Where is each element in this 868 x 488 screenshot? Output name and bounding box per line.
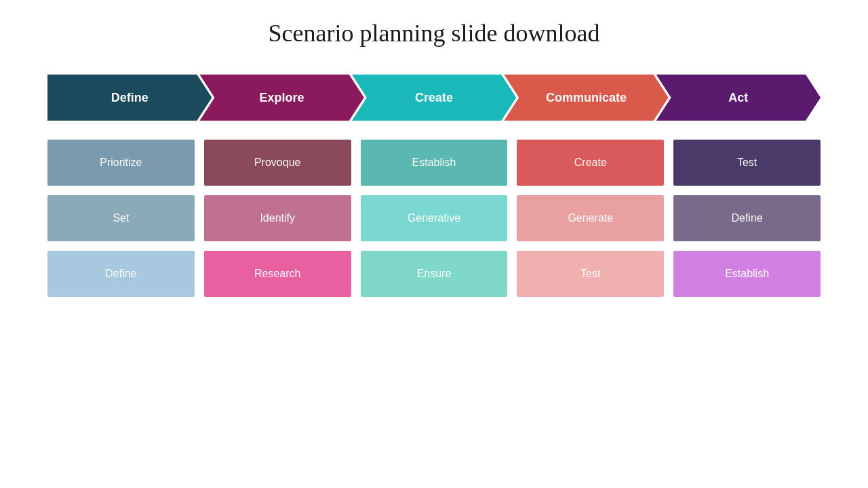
grid-cell-1-3: Generate xyxy=(517,195,664,241)
grid-row-2: DefineResearchEnsureTestEstablish xyxy=(47,251,821,297)
grid-cell-1-1: Identify xyxy=(204,195,351,241)
grid-cell-1-4: Define xyxy=(673,195,821,241)
grid-row-1: SetIdentifyGenerativeGenerateDefine xyxy=(47,195,821,241)
grid-cell-2-2: Ensure xyxy=(361,251,508,297)
arrow-item-create: Create xyxy=(352,75,516,121)
grid-cell-2-3: Test xyxy=(517,251,664,297)
arrow-row: DefineExploreCreateCommunicateAct xyxy=(47,75,821,121)
grid-cell-1-0: Set xyxy=(47,195,195,241)
grid-container: PrioritizeProvoqueEstablishCreateTestSet… xyxy=(47,140,821,297)
arrow-item-explore: Explore xyxy=(199,75,363,121)
page-title: Scenario planning slide download xyxy=(0,0,868,54)
grid-cell-0-2: Establish xyxy=(361,140,508,186)
arrow-item-act: Act xyxy=(656,75,821,121)
grid-cell-0-4: Test xyxy=(673,140,821,186)
grid-cell-2-0: Define xyxy=(47,251,195,297)
grid-cell-0-1: Provoque xyxy=(204,140,351,186)
grid-cell-2-4: Establish xyxy=(673,251,821,297)
grid-cell-0-0: Prioritize xyxy=(47,140,195,186)
grid-cell-1-2: Generative xyxy=(361,195,508,241)
grid-cell-2-1: Research xyxy=(204,251,351,297)
grid-row-0: PrioritizeProvoqueEstablishCreateTest xyxy=(47,140,821,186)
arrow-item-communicate: Communicate xyxy=(504,75,668,121)
grid-cell-0-3: Create xyxy=(517,140,664,186)
arrow-item-define: Define xyxy=(47,75,212,121)
